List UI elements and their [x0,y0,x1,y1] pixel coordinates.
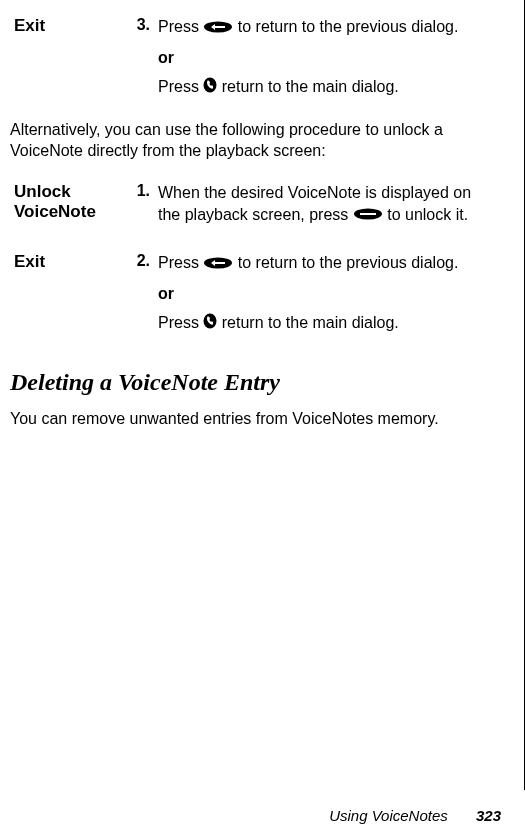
section-heading: Deleting a VoiceNote Entry [10,369,486,396]
footer-section: Using VoiceNotes [329,807,448,824]
or-separator: or [158,47,482,69]
step-instruction: When the desired VoiceNote is displayed … [154,176,486,232]
text: to return to the previous dialog. [233,254,458,271]
or-separator: or [158,283,482,305]
paragraph: Alternatively, you can use the following… [10,119,486,162]
step-number: 2. [130,246,154,341]
end-key-icon [203,313,217,335]
text: to unlock it. [383,206,468,223]
step-label: Exit [10,10,130,105]
select-key-icon [353,204,383,226]
text: Press [158,254,203,271]
text: Press [158,78,203,95]
step-exit-3: Exit 3. Press to return to the previous … [10,10,486,105]
text: Press [158,18,203,35]
text: to return to the previous dialog. [233,18,458,35]
back-key-icon [203,17,233,39]
step-instruction: Press to return to the previous dialog. … [154,246,486,341]
step-label: Exit [10,246,130,341]
page-content: Exit 3. Press to return to the previous … [0,0,525,790]
step-number: 3. [130,10,154,105]
svg-rect-3 [360,213,376,215]
step-instruction: Press to return to the previous dialog. … [154,10,486,105]
step-label: Unlock VoiceNote [10,176,130,232]
text: Press [158,314,203,331]
step-number: 1. [130,176,154,232]
step-exit-2: Exit 2. Press to return to the previous … [10,246,486,341]
paragraph: You can remove unwanted entries from Voi… [10,408,486,430]
step-unlock-1: Unlock VoiceNote 1. When the desired Voi… [10,176,486,232]
page-number: 323 [476,807,501,824]
back-key-icon [203,253,233,275]
end-key-icon [203,77,217,99]
page-footer: Using VoiceNotes 323 [329,807,501,824]
text: return to the main dialog. [217,314,398,331]
text: return to the main dialog. [217,78,398,95]
